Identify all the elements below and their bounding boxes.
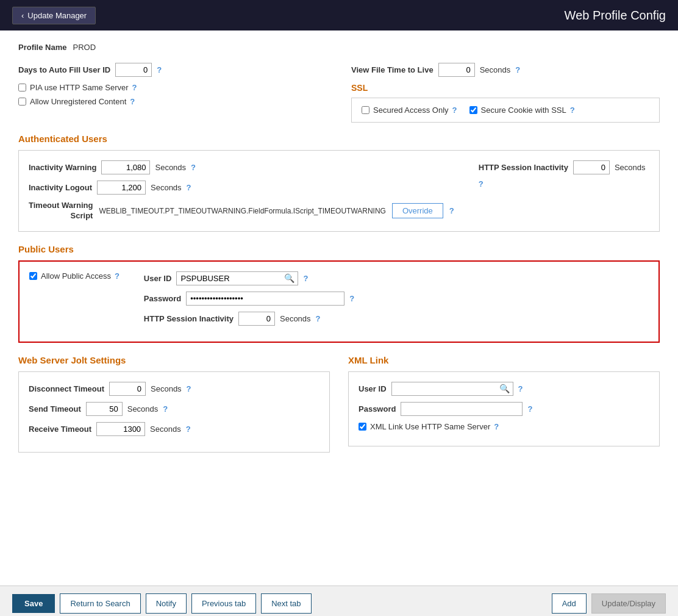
send-timeout-seconds: Seconds [127, 404, 159, 414]
public-users-box: Allow Public Access ? User ID 🔍 ? Passwo… [18, 260, 660, 343]
main-content: Profile Name PROD Days to Auto Fill User… [0, 30, 678, 586]
secure-cookie-help[interactable]: ? [570, 106, 575, 115]
view-file-ttl-help[interactable]: ? [515, 65, 520, 74]
receive-timeout-help[interactable]: ? [186, 424, 191, 434]
inactivity-logout-help[interactable]: ? [187, 183, 191, 192]
xml-password-input[interactable] [401, 402, 523, 416]
public-right: User ID 🔍 ? Password ? HTTP Session Inac… [144, 271, 649, 332]
return-to-search-button[interactable]: Return to Search [60, 593, 140, 614]
authenticated-users-header: Authenticated Users [18, 134, 660, 144]
view-file-ttl-input[interactable] [438, 63, 475, 77]
days-auto-fill-label: Days to Auto Fill User ID [18, 65, 110, 74]
allow-unregistered-help[interactable]: ? [130, 97, 135, 106]
auth-users-inner: Inactivity Warning Seconds ? Inactivity … [29, 160, 649, 221]
auth-right: HTTP Session Inactivity Seconds ? [479, 160, 649, 195]
xml-user-id-input[interactable] [391, 382, 513, 396]
xml-password-help[interactable]: ? [527, 404, 532, 414]
inactivity-logout-input[interactable] [97, 181, 146, 195]
pia-http-help[interactable]: ? [132, 83, 137, 92]
allow-unregistered-checkbox[interactable] [18, 98, 26, 106]
secure-cookie-row: Secure Cookie with SSL ? [469, 106, 575, 115]
allow-public-checkbox[interactable] [29, 272, 37, 280]
secure-cookie-checkbox[interactable] [469, 106, 477, 114]
xml-link-header: XML Link [348, 355, 660, 365]
xml-http-same-server-row: XML Link Use HTTP Same Server ? [359, 422, 649, 431]
allow-public-label: Allow Public Access [41, 271, 111, 281]
profile-name-row: Profile Name PROD [18, 43, 660, 52]
pia-http-row: PIA use HTTP Same Server ? [18, 83, 327, 92]
xml-password-row: Password ? [359, 402, 649, 416]
previous-tab-button[interactable]: Previous tab [191, 593, 256, 614]
allow-unregistered-row: Allow Unregistered Content ? [18, 97, 327, 106]
days-auto-fill-input[interactable] [115, 63, 152, 77]
page-header: ‹ Update Manager Web Profile Config [0, 0, 678, 30]
timeout-warning-help[interactable]: ? [449, 206, 454, 215]
top-two-col: Days to Auto Fill User ID ? PIA use HTTP… [18, 63, 660, 123]
public-users-header: Public Users [18, 244, 660, 254]
receive-timeout-row: Receive Timeout Seconds ? [29, 422, 319, 436]
inactivity-warning-help[interactable]: ? [191, 163, 196, 172]
http-session-auth-input[interactable] [573, 160, 610, 174]
auth-left: Inactivity Warning Seconds ? Inactivity … [29, 160, 454, 221]
footer: Save Return to Search Notify Previous ta… [0, 586, 678, 616]
secured-access-row: Secured Access Only ? [362, 106, 457, 115]
next-tab-button[interactable]: Next tab [261, 593, 311, 614]
back-button-label: Update Manager [27, 11, 87, 20]
public-password-row: Password ? [144, 292, 649, 306]
public-user-id-label: User ID [144, 274, 172, 283]
timeout-warning-script: WEBLIB_TIMEOUT.PT_TIMEOUTWARNING.FieldFo… [99, 207, 385, 215]
timeout-warning-label: Timeout WarningScript [29, 201, 93, 221]
xml-user-id-wrap: 🔍 [391, 382, 513, 396]
public-left: Allow Public Access ? [29, 271, 120, 285]
xml-link-box: User ID 🔍 ? Password ? XML Link Use HTTP… [348, 371, 660, 446]
public-user-id-wrap: 🔍 [176, 271, 298, 285]
send-timeout-help[interactable]: ? [163, 404, 168, 414]
disconnect-timeout-label: Disconnect Timeout [29, 384, 104, 393]
xml-password-label: Password [359, 404, 396, 414]
disconnect-timeout-seconds: Seconds [151, 384, 182, 393]
allow-public-row: Allow Public Access ? [29, 271, 120, 281]
xml-user-id-row: User ID 🔍 ? [359, 382, 649, 396]
left-col: Days to Auto Fill User ID ? PIA use HTTP… [18, 63, 327, 111]
pia-http-checkbox[interactable] [18, 84, 26, 91]
public-http-session-label: HTTP Session Inactivity [144, 314, 234, 323]
send-timeout-input[interactable] [86, 402, 123, 416]
web-server-jolt-header: Web Server Jolt Settings [18, 355, 330, 365]
public-users-inner: Allow Public Access ? User ID 🔍 ? Passwo… [29, 271, 649, 332]
public-http-session-help[interactable]: ? [316, 314, 321, 323]
secured-access-help[interactable]: ? [452, 106, 457, 115]
disconnect-timeout-input[interactable] [109, 382, 146, 396]
disconnect-timeout-help[interactable]: ? [187, 384, 191, 393]
ssl-box: Secured Access Only ? Secure Cookie with… [351, 98, 660, 123]
public-password-input[interactable] [186, 292, 344, 306]
save-button[interactable]: Save [12, 594, 55, 613]
update-display-button: Update/Display [591, 593, 666, 614]
web-server-jolt-section: Web Server Jolt Settings Disconnect Time… [18, 355, 330, 465]
override-button[interactable]: Override [392, 203, 443, 218]
xml-user-id-help[interactable]: ? [518, 384, 523, 393]
public-user-id-help[interactable]: ? [303, 274, 308, 283]
public-user-id-row: User ID 🔍 ? [144, 271, 649, 285]
http-session-auth-label: HTTP Session Inactivity [479, 163, 568, 172]
days-auto-fill-help[interactable]: ? [157, 65, 162, 74]
public-password-label: Password [144, 294, 181, 303]
add-button[interactable]: Add [552, 593, 587, 614]
http-session-auth-help[interactable]: ? [479, 179, 484, 188]
allow-unregistered-label: Allow Unregistered Content [30, 97, 126, 106]
inactivity-warning-row: Inactivity Warning Seconds ? [29, 160, 454, 174]
profile-name-value: PROD [73, 43, 96, 52]
receive-timeout-input[interactable] [96, 422, 145, 436]
public-user-id-input[interactable] [176, 271, 298, 285]
back-button[interactable]: ‹ Update Manager [12, 7, 96, 24]
allow-public-help[interactable]: ? [115, 271, 120, 281]
xml-user-id-search[interactable]: 🔍 [497, 382, 512, 395]
public-http-session-input[interactable] [238, 312, 275, 326]
xml-user-id-label: User ID [359, 384, 387, 393]
inactivity-warning-input[interactable] [101, 160, 150, 174]
public-password-help[interactable]: ? [349, 294, 354, 303]
notify-button[interactable]: Notify [146, 593, 187, 614]
public-user-id-search[interactable]: 🔍 [282, 272, 297, 284]
xml-http-same-server-help[interactable]: ? [494, 422, 499, 431]
secured-access-checkbox[interactable] [362, 106, 369, 114]
xml-http-same-server-checkbox[interactable] [359, 423, 366, 431]
